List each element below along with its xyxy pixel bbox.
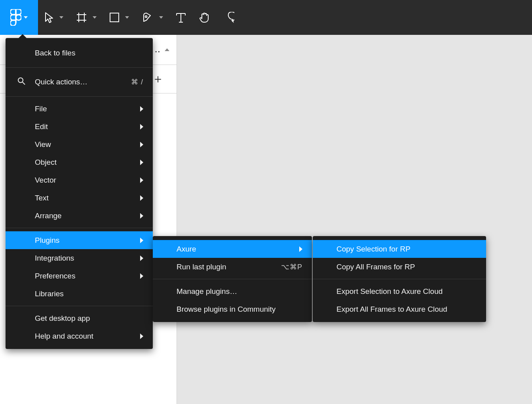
chevron-right-icon [140,255,143,261]
chevron-down-icon [93,16,97,19]
plugins-submenu: Axure Run last plugin ⌥⌘P Manage plugins… [153,236,312,322]
menu-item-label: Libraries [35,290,143,298]
menu-object[interactable]: Object [6,153,153,171]
menu-arrange[interactable]: Arrange [6,207,153,225]
top-toolbar [0,0,532,35]
cursor-icon [44,12,54,23]
menu-integrations[interactable]: Integrations [6,249,153,267]
menu-preferences[interactable]: Preferences [6,267,153,285]
move-tool[interactable] [38,0,70,35]
menu-item-shortcut: ⌥⌘P [281,263,302,271]
chevron-right-icon [140,273,143,279]
svg-point-0 [16,15,21,20]
menu-item-label: Export Selection to Axure Cloud [336,287,477,296]
ellipsis-icon: .. [155,46,161,54]
menu-item-label: Integrations [35,254,140,263]
chevron-right-icon [299,246,302,252]
menu-vector[interactable]: Vector [6,171,153,189]
menu-quick-actions[interactable]: Quick actions… ⌘ / [6,71,153,93]
chevron-right-icon [140,160,143,165]
chevron-right-icon [140,238,143,243]
menu-edit[interactable]: Edit [6,118,153,135]
menu-item-label: Copy Selection for RP [336,245,477,253]
submenu-axure[interactable]: Axure [153,240,312,258]
menu-separator [6,228,153,228]
menu-pointer [19,34,27,38]
submenu-manage-plugins[interactable]: Manage plugins… [153,282,312,300]
rectangle-icon [109,12,120,23]
svg-point-7 [145,16,147,17]
chevron-down-icon [125,16,129,19]
axure-copy-selection[interactable]: Copy Selection for RP [313,240,486,258]
menu-text[interactable]: Text [6,189,153,207]
menu-item-label: Export All Frames to Axure Cloud [336,305,477,314]
hand-tool[interactable] [192,0,217,35]
frame-icon [76,12,87,23]
chevron-right-icon [140,142,143,147]
menu-item-label: File [35,105,140,113]
menu-item-label: Edit [35,122,140,131]
menu-item-label: Plugins [35,236,140,245]
shape-tool[interactable] [103,0,135,35]
menu-item-label: Browse plugins in Community [177,305,302,314]
menu-item-label: Arrange [35,212,140,220]
plus-icon: ＋ [152,71,164,87]
main-menu: Back to files Quick actions… ⌘ / File Ed… [6,38,153,349]
submenu-run-last-plugin[interactable]: Run last plugin ⌥⌘P [153,258,312,276]
hand-icon [199,11,211,23]
comment-tool[interactable] [217,0,241,35]
chevron-right-icon [140,213,143,219]
chevron-right-icon [140,195,143,201]
menu-item-label: Help and account [35,332,140,341]
menu-item-label: Preferences [35,272,140,280]
menu-item-label: Object [35,158,140,167]
menu-libraries[interactable]: Libraries [6,285,153,303]
menu-view[interactable]: View [6,135,153,153]
menu-item-label: Vector [35,176,140,185]
chevron-right-icon [140,124,143,130]
menu-item-label: Run last plugin [177,263,281,271]
figma-menu-button[interactable] [0,0,38,35]
text-icon [176,12,186,23]
submenu-browse-plugins[interactable]: Browse plugins in Community [153,300,312,318]
comment-icon [223,12,234,23]
text-tool[interactable] [169,0,192,35]
menu-item-label: Text [35,194,140,202]
menu-item-label: Copy All Frames for RP [336,263,477,271]
svg-rect-6 [110,13,119,22]
chevron-down-icon [159,16,163,19]
menu-item-label: Manage plugins… [177,287,302,296]
menu-separator [313,279,486,279]
svg-point-13 [18,78,23,83]
menu-item-label: Get desktop app [35,314,143,323]
axure-export-all-frames[interactable]: Export All Frames to Axure Cloud [313,300,486,318]
menu-item-label: View [35,140,140,149]
menu-item-label: Back to files [35,49,143,57]
chevron-right-icon [140,106,143,112]
axure-submenu: Copy Selection for RP Copy All Frames fo… [313,236,486,322]
menu-item-label: Quick actions… [35,78,131,86]
menu-item-label: Axure [177,245,299,253]
menu-separator [6,96,153,97]
menu-separator [153,279,312,279]
search-icon [17,77,25,87]
menu-get-desktop-app[interactable]: Get desktop app [6,309,153,327]
chevron-up-icon[interactable] [165,48,169,51]
axure-copy-all-frames[interactable]: Copy All Frames for RP [313,258,486,276]
menu-separator [6,306,153,306]
chevron-right-icon [140,333,143,339]
menu-separator [6,67,153,68]
chevron-down-icon [24,16,28,19]
pen-icon [142,11,154,23]
menu-plugins[interactable]: Plugins [6,231,153,249]
menu-item-shortcut: ⌘ / [131,78,143,86]
menu-back-to-files[interactable]: Back to files [6,42,153,64]
chevron-right-icon [140,177,143,183]
frame-tool[interactable] [70,0,103,35]
menu-help-and-account[interactable]: Help and account [6,327,153,345]
menu-file[interactable]: File [6,100,153,118]
axure-export-selection[interactable]: Export Selection to Axure Cloud [313,282,486,300]
figma-logo-icon [10,9,21,26]
pen-tool[interactable] [135,0,169,35]
chevron-down-icon [59,16,63,19]
